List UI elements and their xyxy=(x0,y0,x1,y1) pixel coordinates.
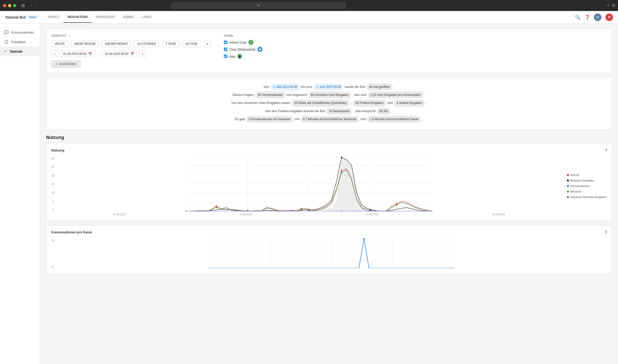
statistik-icon: ✓ xyxy=(4,49,7,54)
summary-line4: Von den Freitext-Angaben konnte der Bot … xyxy=(54,108,604,115)
channels-panel: Kanäle Admin Chat ✓ Chat (Websocket) 💬 xyxy=(224,34,262,68)
legend-dot-konversationen xyxy=(567,185,569,187)
y-label-14: 14 xyxy=(51,265,54,268)
filter-diese-woche-button[interactable]: DIESE WOCHE xyxy=(71,41,99,47)
tab-redaktion[interactable]: REDAKTION xyxy=(64,12,92,23)
channel-websocket-checkbox[interactable] xyxy=(224,48,227,51)
svg-point-21 xyxy=(341,172,342,173)
channel-app-label: App xyxy=(229,55,235,58)
legend-konversationen: Konversationen xyxy=(567,185,607,188)
filter-30tage-button[interactable]: 30 TAGE xyxy=(182,41,201,47)
search-icon[interactable]: 🔍 xyxy=(575,15,580,20)
summary-von: Von xyxy=(264,85,269,89)
filter-dieser-monat-button[interactable]: DIESER MONAT xyxy=(102,41,131,47)
address-bar[interactable]: ↺ xyxy=(171,2,346,9)
date-from-input[interactable]: 01.05.2023 00:00 📅 xyxy=(60,51,95,57)
maximize-button[interactable] xyxy=(13,4,16,7)
sidebar-item-label: Konversationen xyxy=(11,31,34,34)
nav-tabs: INHALT REDAKTION HANDOVER ADMIN LINKS xyxy=(44,12,156,23)
legend-label-benutzer: Benutzer xyxy=(570,190,581,193)
channel-app-checkbox[interactable] xyxy=(224,55,227,58)
date-to-value: 01.06.2023 00:00 xyxy=(105,52,128,56)
channels-label: Kanäle xyxy=(224,34,262,37)
summary-freitext: 40 Freitext-Eingaben xyxy=(353,100,386,106)
quick-buttons-row: HEUTE DIESE WOCHE DIESER MONAT 24 STUNDE… xyxy=(51,40,211,47)
reload-icon[interactable]: ↺ xyxy=(257,4,260,8)
tabs-icon[interactable]: ⧉ xyxy=(612,3,615,8)
toolbar-right: + ⧉ xyxy=(607,3,615,8)
forward-arrow-icon[interactable]: › xyxy=(34,3,39,8)
legend-dot-benutzer-eingaben xyxy=(567,179,569,181)
download-icon-2[interactable]: ⬇ xyxy=(604,229,608,234)
top-nav: Tutorial Bot Demo INHALT REDAKTION HANDO… xyxy=(0,11,618,24)
zeitbereich-row: Zeitbereich ℹ xyxy=(51,34,211,37)
admin-chat-dot: ✓ xyxy=(248,40,253,45)
calendar-icon: 📅 xyxy=(88,52,92,56)
channel-admin-chat-checkbox[interactable] xyxy=(224,41,227,44)
avatar[interactable]: U xyxy=(594,14,601,21)
nutzung-chart-svg xyxy=(56,156,562,211)
tab-inhalt[interactable]: INHALT xyxy=(44,12,64,23)
legend-label-handover: Handover Benutzer-Eingaben xyxy=(570,196,607,199)
nutzung-chart-title: Nutzung xyxy=(51,148,607,152)
summary-wurde: wurde der Bot xyxy=(345,85,365,89)
bot-title: Tutorial Bot xyxy=(5,15,26,19)
x-label-14: 14.05.2023 xyxy=(240,213,252,216)
filter-7tage-button[interactable]: 7 TAGE xyxy=(162,41,179,47)
summary-line1: Von 1. Mai 2023 00:00 bis zum 1. Juni 20… xyxy=(54,83,604,90)
legend-dot-benutzer xyxy=(567,191,569,193)
date-prev-button[interactable]: ‹ xyxy=(51,50,58,57)
svg-point-39 xyxy=(363,238,365,240)
date-from-value: 01.05.2023 00:00 xyxy=(63,52,86,56)
x-label-07: 07.05.2023 xyxy=(113,213,126,216)
y-label-5: 5 xyxy=(51,200,54,203)
svg-point-17 xyxy=(341,170,342,171)
sidebar-item-label: Statistik xyxy=(10,50,23,53)
info-icon: ℹ xyxy=(69,34,70,37)
feedback-icon: 📋 xyxy=(4,40,9,44)
sidebar-toggle-icon[interactable]: ⊞ xyxy=(21,3,25,8)
clear-filter-button[interactable]: ✕ xyxy=(204,40,211,47)
tab-handover[interactable]: HANDOVER xyxy=(92,12,119,23)
apply-button[interactable]: ≡ ANWENDEN xyxy=(51,60,81,68)
minimize-button[interactable] xyxy=(8,4,11,7)
tab-admin[interactable]: ADMIN xyxy=(119,12,137,23)
date-to-input[interactable]: 01.06.2023 00:00 📅 xyxy=(102,51,137,57)
app-dot: 📱 xyxy=(237,54,242,59)
legend-label-konversationen: Konversationen xyxy=(570,185,589,188)
new-tab-icon[interactable]: + xyxy=(607,3,609,8)
nutzung-section-title: Nutzung xyxy=(46,135,612,140)
main-content: Zeitbereich ℹ HEUTE DIESE WOCHE DIESER M… xyxy=(40,24,618,364)
summary-wartezeit: 0,7 Minuten durchschnittlicher Wartezeit xyxy=(300,116,359,123)
summary-biszum: bis zum xyxy=(301,85,312,89)
download-icon[interactable]: ⬇ xyxy=(604,147,608,152)
summary-beantwortet: 33 beantworten xyxy=(327,108,352,115)
date-separator: — xyxy=(97,52,100,56)
sidebar-item-feedback[interactable]: 📋 Feedback xyxy=(0,37,40,47)
calendar-icon2: 📅 xyxy=(130,52,134,56)
legend-dot-aufrufe xyxy=(567,174,569,176)
sidebar: 💬 Konversationen 📋 Feedback ✓ Statistik xyxy=(0,24,40,364)
filter-24h-button[interactable]: 24 STUNDEN xyxy=(134,41,159,47)
traffic-lights xyxy=(3,4,16,7)
avatar-red[interactable]: R xyxy=(605,14,613,21)
tab-links[interactable]: LINKS xyxy=(137,12,155,23)
filter-heute-button[interactable]: HEUTE xyxy=(51,41,68,47)
summary-andere: 4 andere Eingaben xyxy=(394,100,424,106)
legend-dot-handover xyxy=(567,196,569,198)
sidebar-item-statistik[interactable]: ✓ Statistik xyxy=(0,47,40,56)
konversationen-chart-svg xyxy=(56,238,607,268)
y-label-16: 16 xyxy=(51,239,54,242)
sidebar-item-label: Feedback xyxy=(11,40,26,44)
back-arrow-icon[interactable]: ‹ xyxy=(29,3,33,8)
close-button[interactable] xyxy=(3,4,6,7)
help-icon[interactable]: ❓ xyxy=(584,15,590,20)
sidebar-item-konversationen[interactable]: 💬 Konversationen xyxy=(0,28,40,37)
channel-websocket: Chat (Websocket) 💬 xyxy=(224,47,262,52)
demo-badge: Demo xyxy=(28,15,38,19)
date-range-row: ‹ 01.05.2023 00:00 📅 — 01.06.2023 00:00 … xyxy=(51,50,211,57)
summary-line5: Es gab 9 Konversationen mit Handover mit… xyxy=(54,116,604,123)
filter-icon: ≡ xyxy=(56,62,57,66)
apply-label: ANWENDEN xyxy=(59,62,76,66)
date-next-button[interactable]: › xyxy=(139,50,146,57)
